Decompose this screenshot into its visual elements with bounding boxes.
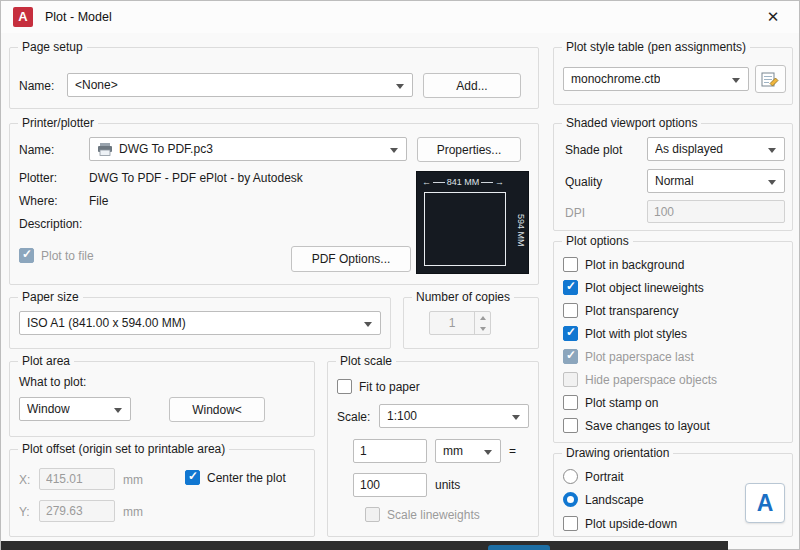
portrait-radio[interactable]: Portrait [563, 469, 624, 484]
paper-size-legend: Paper size [18, 290, 83, 304]
what-to-plot-label: What to plot: [19, 375, 86, 389]
drawing-orientation-legend: Drawing orientation [562, 446, 673, 460]
offset-x-label: X: [19, 473, 30, 487]
plot-stamp-on-checkbox[interactable]: Plot stamp on [563, 395, 658, 410]
where-value: File [89, 194, 108, 208]
page-setup-name-dropdown[interactable]: <None> [67, 73, 413, 97]
plot-paperspace-last-checkbox[interactable]: Plot paperspace last [563, 349, 694, 364]
properties-button[interactable]: Properties... [417, 137, 521, 162]
quality-dropdown[interactable]: Normal [647, 169, 785, 193]
preview-paper-outline [424, 192, 506, 266]
scale-equals-sign: = [509, 444, 516, 458]
copies-down-arrow-icon[interactable] [475, 323, 490, 334]
preview-width-dimension: ← 841 MM → [422, 177, 504, 187]
dpi-input[interactable] [647, 200, 785, 223]
plot-dialog: A Plot - Model ✕ Page setup Name: <None>… [0, 0, 800, 550]
what-to-plot-dropdown[interactable]: Window [19, 397, 131, 421]
shaded-viewport-legend: Shaded viewport options [562, 116, 701, 130]
autocad-logo-icon: A [13, 7, 33, 27]
scale-custom-input[interactable] [353, 439, 427, 463]
fit-to-paper-checkbox[interactable]: Fit to paper [337, 379, 420, 394]
scale-units-label: units [435, 478, 460, 492]
copies-legend: Number of copies [412, 290, 514, 304]
shade-plot-dropdown[interactable]: As displayed [647, 137, 785, 161]
offset-y-label: Y: [19, 505, 30, 519]
dpi-label: DPI [565, 206, 585, 220]
orientation-a-icon: A [745, 483, 785, 523]
plot-offset-group: Plot offset (origin set to printable are… [9, 449, 315, 537]
center-the-plot-checkbox[interactable]: Center the plot [185, 470, 286, 485]
printer-plotter-legend: Printer/plotter [18, 116, 98, 130]
plotter-label: Plotter: [19, 171, 57, 185]
printer-icon [97, 143, 113, 156]
preview-height-dimension: 594 MM [516, 196, 526, 265]
add-button[interactable]: Add... [423, 73, 521, 98]
landscape-radio[interactable]: Landscape [563, 492, 644, 507]
plot-style-editor-icon [761, 70, 780, 89]
plot-upside-down-checkbox[interactable]: Plot upside-down [563, 516, 677, 531]
quality-label: Quality [565, 175, 602, 189]
plot-to-file-checkbox[interactable]: Plot to file [19, 248, 94, 263]
plot-style-legend: Plot style table (pen assignments) [562, 40, 750, 54]
background-bottom-strip [1, 541, 728, 550]
plot-object-lineweights-checkbox[interactable]: Plot object lineweights [563, 280, 704, 295]
shade-plot-label: Shade plot [565, 143, 622, 157]
plot-offset-legend: Plot offset (origin set to printable are… [18, 442, 229, 456]
copies-up-arrow-icon[interactable] [475, 312, 490, 323]
printer-name-dropdown[interactable]: DWG To PDF.pc3 [89, 137, 407, 161]
plot-in-background-checkbox[interactable]: Plot in background [563, 257, 684, 272]
scale-label: Scale: [337, 410, 370, 424]
offset-x-input[interactable] [39, 468, 115, 490]
scale-dropdown[interactable]: 1:100 [379, 404, 529, 428]
scale-unit-dropdown[interactable]: mm [435, 439, 501, 463]
window-pick-button[interactable]: Window< [169, 397, 265, 422]
plotter-value: DWG To PDF - PDF ePlot - by Autodesk [89, 171, 303, 185]
description-label: Description: [19, 217, 82, 231]
hide-paperspace-objects-checkbox[interactable]: Hide paperspace objects [563, 372, 717, 387]
offset-y-unit: mm [123, 505, 143, 519]
center-the-plot-checkbox-box [185, 470, 200, 485]
scale-lineweights-checkbox[interactable]: Scale lineweights [365, 507, 480, 522]
close-icon[interactable]: ✕ [759, 8, 787, 26]
plot-scale-legend: Plot scale [336, 354, 396, 368]
paper-preview: ← 841 MM → 594 MM [416, 171, 529, 274]
dialog-title: Plot - Model [45, 10, 112, 24]
scale-units-input[interactable] [353, 473, 427, 497]
page-setup-legend: Page setup [18, 40, 87, 54]
fit-to-paper-checkbox-box [337, 379, 352, 394]
plot-options-legend: Plot options [562, 234, 633, 248]
offset-x-unit: mm [123, 473, 143, 487]
plot-style-dropdown[interactable]: monochrome.ctb [563, 67, 749, 91]
scale-lineweights-checkbox-box [365, 507, 380, 522]
page-setup-name-label: Name: [19, 79, 54, 93]
pdf-options-button[interactable]: PDF Options... [291, 246, 411, 272]
plot-transparency-checkbox[interactable]: Plot transparency [563, 303, 678, 318]
plot-to-file-checkbox-box [19, 248, 34, 263]
titlebar: A Plot - Model ✕ [1, 1, 799, 33]
partial-bottom-button[interactable] [488, 545, 550, 550]
where-label: Where: [19, 194, 58, 208]
copies-stepper[interactable]: 1 [429, 311, 491, 335]
save-changes-to-layout-checkbox[interactable]: Save changes to layout [563, 418, 710, 433]
plot-with-plot-styles-checkbox[interactable]: Plot with plot styles [563, 326, 687, 341]
plot-style-editor-button[interactable] [755, 65, 786, 93]
printer-name-label: Name: [19, 143, 54, 157]
paper-size-dropdown[interactable]: ISO A1 (841.00 x 594.00 MM) [19, 311, 381, 335]
offset-y-input[interactable] [39, 500, 115, 522]
plot-area-legend: Plot area [18, 354, 74, 368]
